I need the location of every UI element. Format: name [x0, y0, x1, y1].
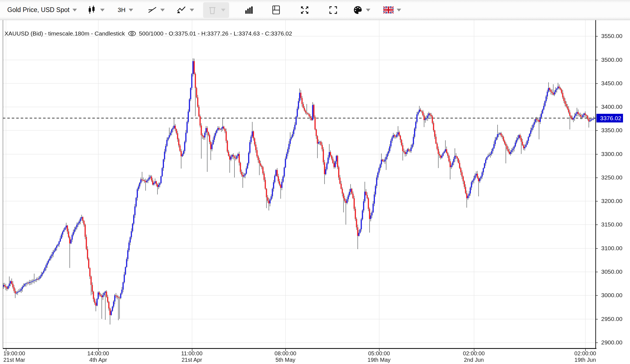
y-axis-label: 3550.00 [601, 33, 622, 39]
x-axis-label: 08:00:005th May [264, 350, 306, 363]
y-axis-label: 3350.00 [601, 127, 622, 134]
y-axis-label: 3000.00 [601, 292, 622, 299]
y-axis-label: 3200.00 [601, 198, 622, 204]
expand-arrows-icon [300, 5, 310, 15]
x-axis-label: 02:00:002nd Jun [453, 350, 495, 363]
chart-series-info: 500/1000 - O:3375.01 - H:3377.26 - L:337… [139, 30, 292, 37]
instrument-selector-label: Gold Price, USD Spot [7, 6, 69, 14]
chevron-down-icon [129, 9, 133, 11]
chevron-down-icon [190, 9, 194, 11]
chart-header: XAUUSD (Bid) - timescale.180m - Candlest… [4, 30, 292, 37]
color-palette[interactable] [353, 5, 370, 15]
layout-panes-icon [271, 5, 281, 15]
price-chart-canvas[interactable] [0, 20, 630, 364]
layout-panes[interactable] [271, 5, 281, 15]
y-axis-label: 3450.00 [601, 80, 622, 87]
chevron-down-icon [160, 9, 165, 11]
histogram-bars-icon [244, 5, 254, 15]
x-axis-label: 19:00:0021st Mar [3, 350, 45, 363]
y-axis-label: 3500.00 [601, 56, 622, 63]
y-axis-label: 3300.00 [601, 151, 622, 157]
x-axis-label: 14:00:004th Apr [77, 350, 119, 363]
chart-instrument-info: XAUUSD (Bid) - timescale.180m - Candlest… [4, 30, 125, 37]
current-price-tag: 3376.02 [596, 114, 623, 122]
frame-corners-icon [328, 5, 338, 15]
visibility-eye-icon[interactable] [128, 30, 136, 37]
chart-style-selector[interactable] [87, 5, 105, 15]
trend-line-icon [147, 5, 157, 15]
y-axis-label: 3100.00 [601, 245, 622, 252]
x-axis-label: 05:00:0019th May [358, 350, 400, 363]
language-selector-uk[interactable] [383, 6, 401, 14]
y-axis-label: 3050.00 [601, 268, 622, 275]
timeframe-label: 3H [117, 6, 125, 14]
y-axis-label: 3150.00 [601, 221, 622, 228]
instrument-selector[interactable]: Gold Price, USD Spot [7, 6, 77, 14]
chart-region: XAUUSD (Bid) - timescale.180m - Candlest… [0, 20, 630, 364]
y-axis-label: 2950.00 [601, 316, 622, 322]
expand-view[interactable] [300, 5, 310, 15]
trash-icon [207, 4, 218, 16]
volume-histogram-toggle[interactable] [244, 5, 254, 15]
trend-line-tool[interactable] [147, 5, 165, 15]
zigzag-pattern-icon [176, 5, 187, 15]
main-toolbar: Gold Price, USD Spot 3H [0, 0, 630, 20]
pattern-tool[interactable] [176, 5, 194, 15]
chevron-down-icon [100, 9, 105, 11]
chevron-down-icon [397, 9, 401, 11]
x-axis-label: 11:00:0021st Apr [171, 350, 213, 363]
uk-flag-icon [383, 6, 394, 14]
delete-drawing-tool[interactable] [203, 2, 229, 18]
fullscreen-frame[interactable] [328, 5, 338, 15]
chevron-down-icon [221, 9, 225, 11]
chevron-down-icon [366, 9, 370, 11]
y-axis-label: 3400.00 [601, 103, 622, 110]
y-axis-label: 2900.00 [601, 339, 622, 346]
x-axis-label: 02:00:0019th Jun [564, 350, 606, 363]
palette-icon [353, 5, 363, 15]
y-axis-label: 3250.00 [601, 174, 622, 181]
chevron-down-icon [72, 9, 77, 11]
timeframe-selector[interactable]: 3H [117, 6, 133, 14]
candlestick-style-icon [87, 5, 97, 15]
